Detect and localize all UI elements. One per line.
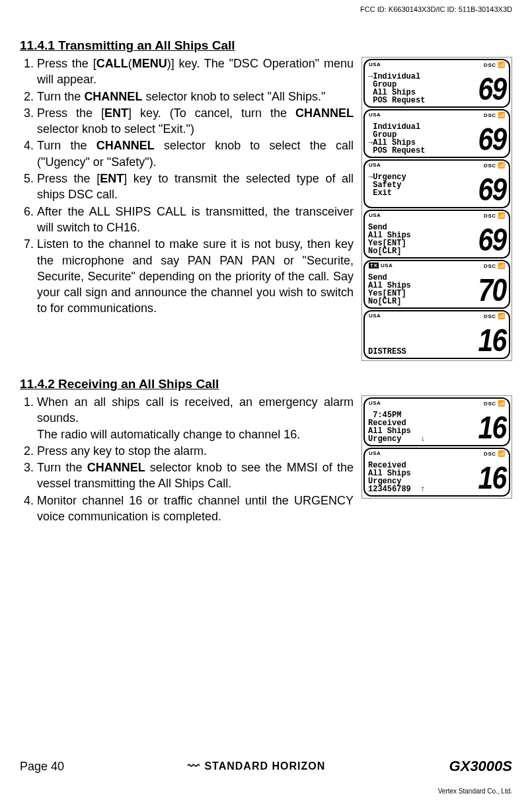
step-7: Listen to the channel to make sure it is… <box>37 236 354 316</box>
lcd-channel-number: 69 <box>478 175 506 205</box>
lcd-dsc-label: DSC <box>484 163 496 169</box>
page-number: Page 40 <box>20 760 64 774</box>
lcd-dsc-label: DSC <box>484 62 496 68</box>
step-2: Press any key to stop the alarm. <box>37 443 354 459</box>
brand-text: STANDARD HORIZON <box>204 760 325 772</box>
fcc-id-text: FCC ID: K6630143X3D/IC ID: 511B-30143X3D <box>360 5 512 13</box>
lcd-screen: USADSC📶 7:45PM Received All Ships Urgenc… <box>363 397 510 446</box>
signal-icon: 📶 <box>498 450 506 457</box>
lcd-screens-group-1: USADSC📶 →Individual Group All Ships POS … <box>361 57 512 361</box>
lcd-channel-number: 16 <box>478 464 506 493</box>
lcd-text: 7:45PM Received All Ships Urgency ↓ <box>368 401 473 443</box>
lcd-channel-number: 69 <box>478 225 506 255</box>
lcd-text: Send All Ships Yes[ENT] No[CLR] <box>368 263 473 305</box>
lcd-channel-number: 16 <box>478 326 506 356</box>
lcd-channel-number: 16 <box>478 413 506 443</box>
company-text: Vertex Standard Co., Ltd. <box>438 788 512 795</box>
lcd-text: Send All Ships Yes[ENT] No[CLR] <box>368 213 473 255</box>
lcd-usa-label: USA <box>369 400 381 407</box>
signal-icon: 📶 <box>498 212 506 219</box>
signal-icon: 📶 <box>498 61 506 68</box>
lcd-screen: USADSC📶 Send All Ships Yes[ENT] No[CLR] … <box>363 210 510 259</box>
lcd-usa-label: USA <box>369 450 381 457</box>
lcd-text: →Individual Group All Ships POS Request <box>368 62 473 104</box>
signal-icon: 📶 <box>498 162 506 169</box>
step-5: Press the [ENT] key to transmit the sele… <box>37 171 354 203</box>
step-6: After the ALL SHIPS CALL is transmitted,… <box>37 204 354 236</box>
lcd-text: →Urgency Safety Exit <box>368 163 473 205</box>
section-heading-1: 11.4.1 Transmitting an All Ships Call <box>20 38 512 53</box>
brand-logo: 〰 STANDARD HORIZON <box>188 760 325 774</box>
model-number: GX3000S <box>449 758 512 775</box>
lcd-screen: TX USADSC📶 Send All Ships Yes[ENT] No[CL… <box>363 260 510 309</box>
lcd-text: DISTRESS <box>368 313 473 356</box>
lcd-screen: USADSC📶 →Urgency Safety Exit 69 <box>363 159 510 208</box>
lcd-dsc-label: DSC <box>484 112 496 118</box>
section-heading-2: 11.4.2 Receiving an All Ships Call <box>20 377 512 391</box>
step-4: Monitor channel 16 or traffic channel un… <box>37 493 354 525</box>
lcd-channel-number: 69 <box>478 125 506 155</box>
lcd-screen: USADSC📶 →Individual Group All Ships POS … <box>363 59 510 108</box>
step-1: Press the [CALL(MENU)] key. The "DSC Ope… <box>37 56 354 88</box>
lcd-dsc-label: DSC <box>484 213 496 219</box>
lcd-dsc-label: DSC <box>484 263 496 269</box>
lcd-dsc-label: DSC <box>484 451 496 457</box>
lcd-channel-number: 70 <box>478 276 506 305</box>
step-3: Press the [ENT] key. (To cancel, turn th… <box>37 105 354 138</box>
lcd-usa-label: USA <box>369 313 381 319</box>
signal-icon: 📶 <box>498 112 506 118</box>
lcd-screen: USADSC📶 Received All Ships Urgency 12345… <box>363 448 510 497</box>
section2-steps: When an all ships call is received, an e… <box>20 394 354 525</box>
lcd-usa-label: USA <box>369 212 381 219</box>
wave-icon: 〰 <box>188 760 200 774</box>
step-1: When an all ships call is received, an e… <box>37 394 354 442</box>
step-4: Turn the CHANNEL selector knob to select… <box>37 138 354 170</box>
signal-icon: 📶 <box>498 313 506 319</box>
signal-icon: 📶 <box>498 400 506 407</box>
lcd-usa-label: USA <box>369 61 381 68</box>
lcd-usa-label: USA <box>369 162 381 169</box>
lcd-text: Individual Group →All Ships POS Request <box>368 112 473 155</box>
lcd-screen: USADSC📶 Individual Group →All Ships POS … <box>363 109 510 158</box>
step-2: Turn the CHANNEL selector knob to select… <box>37 89 354 104</box>
lcd-tx-label: TX <box>369 263 379 268</box>
section1-steps: Press the [CALL(MENU)] key. The "DSC Ope… <box>20 56 354 317</box>
signal-icon: 📶 <box>498 263 506 269</box>
lcd-dsc-label: DSC <box>484 313 496 319</box>
lcd-usa-label: USA <box>369 112 381 118</box>
step-3: Turn the CHANNEL selector knob to see th… <box>37 460 354 492</box>
lcd-screen: USADSC📶 DISTRESS 16 <box>363 310 510 359</box>
lcd-usa-label: USA <box>381 263 393 268</box>
lcd-dsc-label: DSC <box>484 401 496 407</box>
lcd-screens-group-2: USADSC📶 7:45PM Received All Ships Urgenc… <box>361 395 512 499</box>
lcd-text: Received All Ships Urgency 123456789 ↑ <box>368 451 473 493</box>
lcd-channel-number: 69 <box>478 75 506 104</box>
